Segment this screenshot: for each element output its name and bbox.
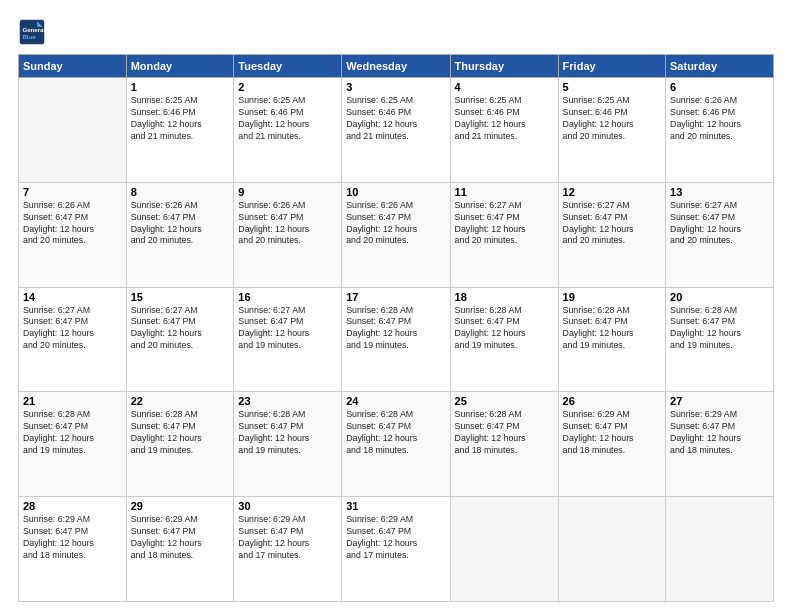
weekday-header-wednesday: Wednesday	[342, 55, 450, 78]
calendar-cell: 1Sunrise: 6:25 AM Sunset: 6:46 PM Daylig…	[126, 78, 234, 183]
day-number: 12	[563, 186, 661, 198]
calendar-week-1: 1Sunrise: 6:25 AM Sunset: 6:46 PM Daylig…	[19, 78, 774, 183]
weekday-header-tuesday: Tuesday	[234, 55, 342, 78]
calendar-cell: 15Sunrise: 6:27 AM Sunset: 6:47 PM Dayli…	[126, 287, 234, 392]
calendar-cell: 22Sunrise: 6:28 AM Sunset: 6:47 PM Dayli…	[126, 392, 234, 497]
day-info: Sunrise: 6:28 AM Sunset: 6:47 PM Dayligh…	[455, 409, 554, 457]
day-info: Sunrise: 6:27 AM Sunset: 6:47 PM Dayligh…	[455, 200, 554, 248]
day-info: Sunrise: 6:27 AM Sunset: 6:47 PM Dayligh…	[131, 305, 230, 353]
day-info: Sunrise: 6:25 AM Sunset: 6:46 PM Dayligh…	[563, 95, 661, 143]
calendar-cell: 14Sunrise: 6:27 AM Sunset: 6:47 PM Dayli…	[19, 287, 127, 392]
weekday-header-row: SundayMondayTuesdayWednesdayThursdayFrid…	[19, 55, 774, 78]
calendar-cell	[19, 78, 127, 183]
calendar-cell: 13Sunrise: 6:27 AM Sunset: 6:47 PM Dayli…	[666, 182, 774, 287]
day-number: 28	[23, 500, 122, 512]
day-info: Sunrise: 6:26 AM Sunset: 6:47 PM Dayligh…	[23, 200, 122, 248]
calendar-cell: 16Sunrise: 6:27 AM Sunset: 6:47 PM Dayli…	[234, 287, 342, 392]
calendar-cell: 18Sunrise: 6:28 AM Sunset: 6:47 PM Dayli…	[450, 287, 558, 392]
day-info: Sunrise: 6:26 AM Sunset: 6:47 PM Dayligh…	[131, 200, 230, 248]
day-info: Sunrise: 6:28 AM Sunset: 6:47 PM Dayligh…	[455, 305, 554, 353]
day-info: Sunrise: 6:27 AM Sunset: 6:47 PM Dayligh…	[670, 200, 769, 248]
day-info: Sunrise: 6:29 AM Sunset: 6:47 PM Dayligh…	[346, 514, 445, 562]
day-number: 9	[238, 186, 337, 198]
svg-text:Blue: Blue	[22, 33, 36, 40]
day-number: 31	[346, 500, 445, 512]
day-number: 14	[23, 291, 122, 303]
day-info: Sunrise: 6:28 AM Sunset: 6:47 PM Dayligh…	[131, 409, 230, 457]
calendar-cell: 29Sunrise: 6:29 AM Sunset: 6:47 PM Dayli…	[126, 497, 234, 602]
calendar-cell: 27Sunrise: 6:29 AM Sunset: 6:47 PM Dayli…	[666, 392, 774, 497]
calendar-cell: 25Sunrise: 6:28 AM Sunset: 6:47 PM Dayli…	[450, 392, 558, 497]
day-number: 19	[563, 291, 661, 303]
calendar-cell: 30Sunrise: 6:29 AM Sunset: 6:47 PM Dayli…	[234, 497, 342, 602]
calendar-week-2: 7Sunrise: 6:26 AM Sunset: 6:47 PM Daylig…	[19, 182, 774, 287]
calendar-table: SundayMondayTuesdayWednesdayThursdayFrid…	[18, 54, 774, 602]
calendar-cell	[666, 497, 774, 602]
day-number: 23	[238, 395, 337, 407]
day-number: 20	[670, 291, 769, 303]
day-info: Sunrise: 6:28 AM Sunset: 6:47 PM Dayligh…	[563, 305, 661, 353]
day-info: Sunrise: 6:26 AM Sunset: 6:47 PM Dayligh…	[238, 200, 337, 248]
calendar-cell: 2Sunrise: 6:25 AM Sunset: 6:46 PM Daylig…	[234, 78, 342, 183]
day-info: Sunrise: 6:27 AM Sunset: 6:47 PM Dayligh…	[23, 305, 122, 353]
calendar-cell: 6Sunrise: 6:26 AM Sunset: 6:46 PM Daylig…	[666, 78, 774, 183]
day-info: Sunrise: 6:28 AM Sunset: 6:47 PM Dayligh…	[346, 305, 445, 353]
weekday-header-thursday: Thursday	[450, 55, 558, 78]
day-info: Sunrise: 6:28 AM Sunset: 6:47 PM Dayligh…	[670, 305, 769, 353]
day-number: 22	[131, 395, 230, 407]
calendar-cell: 26Sunrise: 6:29 AM Sunset: 6:47 PM Dayli…	[558, 392, 665, 497]
day-info: Sunrise: 6:27 AM Sunset: 6:47 PM Dayligh…	[238, 305, 337, 353]
day-info: Sunrise: 6:28 AM Sunset: 6:47 PM Dayligh…	[238, 409, 337, 457]
day-number: 15	[131, 291, 230, 303]
day-info: Sunrise: 6:29 AM Sunset: 6:47 PM Dayligh…	[23, 514, 122, 562]
calendar-cell: 3Sunrise: 6:25 AM Sunset: 6:46 PM Daylig…	[342, 78, 450, 183]
calendar-cell: 23Sunrise: 6:28 AM Sunset: 6:47 PM Dayli…	[234, 392, 342, 497]
day-info: Sunrise: 6:29 AM Sunset: 6:47 PM Dayligh…	[670, 409, 769, 457]
day-number: 27	[670, 395, 769, 407]
calendar-cell: 11Sunrise: 6:27 AM Sunset: 6:47 PM Dayli…	[450, 182, 558, 287]
header: General Blue	[18, 18, 774, 46]
svg-text:General: General	[22, 26, 45, 33]
weekday-header-saturday: Saturday	[666, 55, 774, 78]
day-info: Sunrise: 6:29 AM Sunset: 6:47 PM Dayligh…	[563, 409, 661, 457]
day-number: 17	[346, 291, 445, 303]
calendar-week-5: 28Sunrise: 6:29 AM Sunset: 6:47 PM Dayli…	[19, 497, 774, 602]
day-info: Sunrise: 6:28 AM Sunset: 6:47 PM Dayligh…	[23, 409, 122, 457]
calendar-cell: 20Sunrise: 6:28 AM Sunset: 6:47 PM Dayli…	[666, 287, 774, 392]
day-info: Sunrise: 6:29 AM Sunset: 6:47 PM Dayligh…	[238, 514, 337, 562]
calendar-cell: 9Sunrise: 6:26 AM Sunset: 6:47 PM Daylig…	[234, 182, 342, 287]
calendar-cell: 24Sunrise: 6:28 AM Sunset: 6:47 PM Dayli…	[342, 392, 450, 497]
calendar-cell: 17Sunrise: 6:28 AM Sunset: 6:47 PM Dayli…	[342, 287, 450, 392]
calendar-cell	[558, 497, 665, 602]
day-number: 21	[23, 395, 122, 407]
logo: General Blue	[18, 18, 50, 46]
calendar-cell: 10Sunrise: 6:26 AM Sunset: 6:47 PM Dayli…	[342, 182, 450, 287]
day-number: 13	[670, 186, 769, 198]
day-number: 10	[346, 186, 445, 198]
weekday-header-sunday: Sunday	[19, 55, 127, 78]
calendar-week-4: 21Sunrise: 6:28 AM Sunset: 6:47 PM Dayli…	[19, 392, 774, 497]
day-info: Sunrise: 6:29 AM Sunset: 6:47 PM Dayligh…	[131, 514, 230, 562]
weekday-header-monday: Monday	[126, 55, 234, 78]
day-number: 5	[563, 81, 661, 93]
day-number: 16	[238, 291, 337, 303]
weekday-header-friday: Friday	[558, 55, 665, 78]
day-number: 30	[238, 500, 337, 512]
day-info: Sunrise: 6:26 AM Sunset: 6:46 PM Dayligh…	[670, 95, 769, 143]
day-number: 4	[455, 81, 554, 93]
logo-icon: General Blue	[18, 18, 46, 46]
day-info: Sunrise: 6:25 AM Sunset: 6:46 PM Dayligh…	[346, 95, 445, 143]
day-number: 7	[23, 186, 122, 198]
day-number: 26	[563, 395, 661, 407]
day-number: 6	[670, 81, 769, 93]
day-info: Sunrise: 6:27 AM Sunset: 6:47 PM Dayligh…	[563, 200, 661, 248]
calendar-cell: 21Sunrise: 6:28 AM Sunset: 6:47 PM Dayli…	[19, 392, 127, 497]
calendar-cell: 31Sunrise: 6:29 AM Sunset: 6:47 PM Dayli…	[342, 497, 450, 602]
calendar-cell: 28Sunrise: 6:29 AM Sunset: 6:47 PM Dayli…	[19, 497, 127, 602]
day-number: 24	[346, 395, 445, 407]
calendar-cell: 4Sunrise: 6:25 AM Sunset: 6:46 PM Daylig…	[450, 78, 558, 183]
day-info: Sunrise: 6:28 AM Sunset: 6:47 PM Dayligh…	[346, 409, 445, 457]
day-number: 29	[131, 500, 230, 512]
calendar-cell: 7Sunrise: 6:26 AM Sunset: 6:47 PM Daylig…	[19, 182, 127, 287]
calendar-cell: 8Sunrise: 6:26 AM Sunset: 6:47 PM Daylig…	[126, 182, 234, 287]
